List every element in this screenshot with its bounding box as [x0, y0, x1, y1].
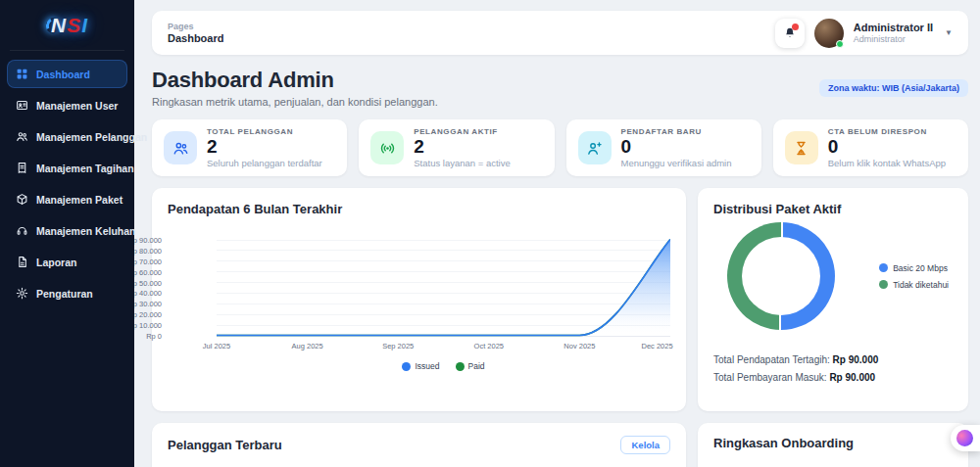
charts-row: Pendapatan 6 Bulan Terakhir Rp 0Rp 10.00… [152, 188, 968, 411]
distribution-total-line: Total Pembayaran Masuk: Rp 90.000 [713, 369, 953, 387]
notifications-button[interactable] [775, 19, 805, 48]
users-icon [16, 130, 28, 143]
chevron-down-icon[interactable]: ▼ [945, 28, 953, 37]
legend-dot-icon [402, 362, 411, 371]
stat-desc: Seluruh pelanggan terdaftar [207, 158, 322, 168]
user-name: Administrator II [854, 22, 933, 34]
y-axis-tick-label: Rp 50.000 [134, 279, 162, 288]
revenue-line-series [217, 238, 670, 337]
y-axis-tick-label: Rp 10.000 [134, 321, 162, 330]
legend-label: Paid [468, 361, 485, 371]
legend-dot-icon [879, 280, 888, 289]
stat-value: 2 [207, 136, 322, 158]
users-icon [164, 131, 197, 164]
online-status-dot [836, 40, 844, 48]
recent-customers-title: Pelanggan Terbaru [168, 438, 282, 452]
hourglass-icon [785, 131, 818, 164]
revenue-legend: IssuedPaid [217, 361, 670, 371]
invoice-icon [16, 162, 28, 174]
breadcrumb-section: Pages [168, 22, 223, 31]
breadcrumb: Pages Dashboard [168, 22, 223, 44]
donut-legend-item-tidak-diketahui[interactable]: Tidak diketahui [879, 280, 949, 290]
x-axis-tick-label: Sep 2025 [382, 342, 414, 350]
y-axis-tick-label: Rp 60.000 [134, 268, 162, 277]
sidebar-item-label: Manajemen Tagihan [36, 163, 134, 174]
sidebar-item-laporan[interactable]: Laporan [7, 248, 127, 276]
logo-letter-i: I [81, 14, 88, 37]
x-axis-tick-label: Nov 2025 [564, 342, 595, 350]
x-axis-tick-label: Jul 2025 [203, 342, 230, 350]
legend-label: Issued [415, 361, 439, 371]
donut-legend-item-basic-20-mbps[interactable]: Basic 20 Mbps [879, 263, 949, 273]
legend-label: Tidak diketahui [893, 280, 949, 290]
revenue-chart: Rp 0Rp 10.000Rp 20.000Rp 30.000Rp 40.000… [168, 238, 670, 371]
y-axis-tick-label: Rp 70.000 [134, 257, 162, 266]
headset-icon [16, 224, 28, 237]
stat-label: PENDAFTAR BARU [621, 127, 732, 136]
sidebar-item-label: Manajemen Paket [36, 194, 122, 206]
stat-value: 0 [828, 136, 946, 158]
stat-card-pendaftar-baru: PENDAFTAR BARU0Menunggu verifikasi admin [566, 119, 761, 176]
topbar: Pages Dashboard Administrator II Adminis… [152, 11, 968, 55]
stat-label: TOTAL PELANGGAN [207, 127, 322, 136]
distribution-total-line: Total Pendapatan Tertagih: Rp 90.000 [713, 351, 953, 369]
user-plus-icon [578, 131, 612, 164]
sidebar-item-label: Manajemen Keluhan [36, 225, 136, 237]
legend-label: Basic 20 Mbps [893, 263, 948, 273]
x-axis-tick-label: Oct 2025 [474, 342, 504, 350]
legend-item-issued[interactable]: Issued [402, 361, 439, 371]
y-axis-tick-label: Rp 20.000 [134, 310, 162, 319]
logo-letter-s: S [67, 14, 81, 37]
main-content: Pages Dashboard Administrator II Adminis… [134, 0, 980, 467]
nsi-logo: N S I [46, 14, 88, 37]
package-icon [16, 193, 28, 206]
sidebar-item-label: Manajemen User [36, 100, 118, 112]
sidebar-item-label: Pengaturan [36, 288, 93, 300]
stat-card-cta-belum-direspon: CTA BELUM DIRESPON0Belum klik kontak Wha… [773, 119, 968, 176]
distribution-title: Distribusi Paket Aktif [713, 202, 953, 216]
sidebar-item-pengaturan[interactable]: Pengaturan [7, 279, 127, 307]
breadcrumb-current[interactable]: Dashboard [168, 32, 223, 44]
legend-dot-icon [456, 362, 465, 371]
recent-customers-card: Pelanggan Terbaru Kelola [152, 423, 686, 467]
signal-icon [370, 131, 404, 164]
user-info[interactable]: Administrator II Administrator [854, 22, 933, 44]
stat-desc: Menunggu verifikasi admin [621, 158, 732, 168]
y-axis-tick-label: Rp 30.000 [134, 300, 162, 308]
sidebar-item-label: Manajemen Pelanggan [36, 131, 147, 143]
y-axis-tick-label: Rp 80.000 [134, 247, 162, 256]
page-title: Dashboard Admin [152, 68, 438, 93]
legend-item-paid[interactable]: Paid [456, 361, 485, 371]
sidebar-item-manajemen-pelanggan[interactable]: Manajemen Pelanggan [7, 122, 127, 151]
revenue-chart-card: Pendapatan 6 Bulan Terakhir Rp 0Rp 10.00… [152, 188, 686, 411]
assistant-orb-icon [956, 430, 973, 446]
report-icon [16, 256, 28, 268]
timezone-badge: Zona waktu: WIB (Asia/Jakarta) [819, 79, 968, 97]
y-axis-tick-label: Rp 90.000 [134, 236, 162, 245]
bottom-row: Pelanggan Terbaru Kelola Ringkasan Onboa… [152, 423, 968, 467]
stat-desc: Status layanan = active [414, 158, 511, 168]
donut-legend: Basic 20 MbpsTidak diketahui [879, 263, 949, 290]
stat-card-pelanggan-aktif: PELANGGAN AKTIF2Status layanan = active [359, 119, 554, 176]
sidebar-item-manajemen-paket[interactable]: Manajemen Paket [7, 185, 127, 213]
avatar[interactable] [814, 19, 844, 48]
gear-icon [16, 287, 28, 300]
page-head: Dashboard Admin Ringkasan metrik utama, … [152, 68, 968, 108]
revenue-plot [217, 238, 670, 337]
stat-card-total-pelanggan: TOTAL PELANGGAN2Seluruh pelanggan terdaf… [152, 119, 347, 176]
revenue-xlabels: Jul 2025Aug 2025Sep 2025Oct 2025Nov 2025… [217, 342, 670, 353]
onboarding-card: Ringkasan Onboarding CTA belum direspon [698, 423, 968, 467]
x-axis-tick-label: Dec 2025 [641, 342, 672, 350]
revenue-ylabels: Rp 0Rp 10.000Rp 20.000Rp 30.000Rp 40.000… [134, 238, 162, 337]
stat-value: 2 [414, 136, 511, 158]
sidebar-item-manajemen-keluhan[interactable]: Manajemen Keluhan [7, 216, 127, 245]
sidebar-item-manajemen-tagihan[interactable]: Manajemen Tagihan [7, 154, 127, 182]
onboarding-title: Ringkasan Onboarding [713, 436, 953, 450]
assistant-widget-button[interactable] [951, 425, 980, 451]
page-subtitle: Ringkasan metrik utama, penjualan, dan k… [152, 96, 438, 108]
distribution-totals: Total Pendapatan Tertagih: Rp 90.000Tota… [713, 351, 953, 386]
package-donut-chart [727, 222, 835, 330]
total-value: Rp 90.000 [829, 372, 875, 383]
manage-customers-button[interactable]: Kelola [620, 436, 670, 454]
y-axis-tick-label: Rp 40.000 [134, 289, 162, 298]
